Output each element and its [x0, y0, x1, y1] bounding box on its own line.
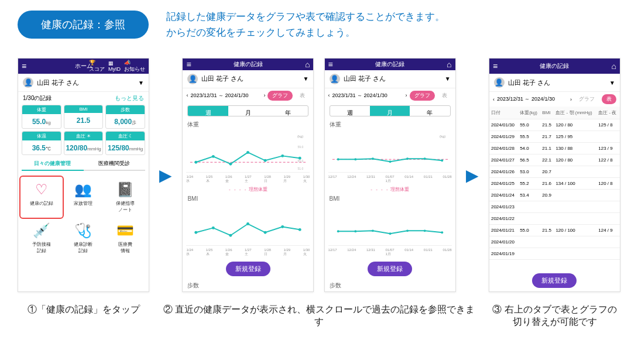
date-range: 2023/12/31 ～ 2024/1/30 — [497, 95, 568, 103]
range-fwd-icon[interactable]: › — [570, 97, 572, 102]
phone-home: ≡ ホーム 🏆スコア ▦MyID 📣お知らせ 👤 山田 花子 さん ▼ 1/30… — [18, 58, 149, 292]
section-bmi: BMI — [325, 194, 455, 204]
seg-年[interactable]: 年 — [410, 106, 450, 116]
metric-unit: 歩 — [132, 120, 136, 125]
table-row[interactable]: 2024/01/23 — [489, 201, 620, 213]
table-row[interactable]: 2024/01/19 — [489, 248, 620, 260]
register-button[interactable]: 新規登録 — [368, 262, 412, 276]
tab-graph[interactable]: グラフ — [574, 94, 599, 104]
x-tick: 01/14 — [404, 175, 413, 184]
register-button[interactable]: 新規登録 — [532, 273, 577, 288]
tab-graph[interactable]: グラフ — [410, 91, 435, 101]
range-fwd-icon[interactable]: › — [263, 92, 265, 98]
seg-年[interactable]: 年 — [268, 106, 308, 116]
range-fwd-icon[interactable]: › — [406, 92, 407, 98]
chevron-down-icon[interactable]: ▼ — [445, 75, 451, 82]
svg-point-6 — [282, 154, 284, 157]
table-row[interactable]: 2024/01/2555.221.6134 / 100120 / 8 — [489, 178, 620, 190]
intro-text: 記録した健康データをグラフや表で確認することができます。 からだの変化をチェック… — [166, 9, 445, 40]
x-tick: 12/31 — [366, 175, 375, 184]
tab-daily[interactable]: 日々の健康管理 — [22, 157, 84, 171]
seg-週[interactable]: 週 — [330, 106, 370, 116]
register-button[interactable]: 新規登録 — [226, 262, 270, 276]
seg-月[interactable]: 月 — [370, 106, 410, 116]
metric-card[interactable]: 歩数8,000歩 — [105, 105, 145, 129]
table-row[interactable]: 2024/01/3055.021.5120 / 80125 / 8 — [489, 119, 620, 131]
x-tick: 1/28日 — [264, 175, 271, 184]
metric-card[interactable]: 体温36.5℃ — [22, 131, 61, 155]
range-back-icon[interactable]: ‹ — [328, 92, 330, 98]
tab-table[interactable]: 表 — [295, 91, 310, 101]
table-cell — [518, 201, 540, 213]
svg-point-14 — [229, 234, 232, 237]
metric-card[interactable]: 体重55.0kg — [22, 105, 61, 129]
app-title: 健康の記録 — [183, 60, 313, 68]
x-tick: 1/29月 — [283, 175, 290, 184]
table-cell — [518, 248, 540, 260]
checkup-icon: 🩺 — [64, 222, 104, 239]
x-tick: 1/25木 — [206, 248, 213, 257]
caption-3: ③ 右上のタブで表とグラフの切り替えが可能です — [489, 304, 620, 328]
section-steps: 歩数 — [183, 280, 313, 291]
arrow-icon: ▶ — [159, 166, 172, 185]
page-title-pill: 健康の記録：参照 — [18, 11, 149, 39]
metric-card[interactable]: BMI21.5 — [64, 105, 104, 129]
range-back-icon[interactable]: ‹ — [493, 97, 495, 102]
grid-health-record[interactable]: ♡健康の記録 — [20, 177, 63, 218]
metric-unit: mmHg — [87, 146, 101, 152]
chevron-down-icon[interactable]: ▼ — [303, 75, 308, 82]
table-cell: 20.9 — [540, 190, 554, 201]
table-cell: 2024/01/25 — [489, 178, 518, 190]
avatar-icon: 👤 — [494, 77, 505, 88]
seg-月[interactable]: 月 — [228, 106, 268, 116]
user-name: 山田 花子 さん — [508, 78, 550, 87]
medical-cost-icon: 💳 — [105, 222, 145, 239]
table-cell: 2024/01/30 — [489, 119, 518, 131]
grid-family[interactable]: 👥家族管理 — [63, 177, 105, 218]
grid-checkup[interactable]: 🩺健康診断記録 — [63, 218, 105, 259]
svg-point-33 — [423, 230, 426, 232]
user-name: 山田 花子 さん — [201, 74, 243, 83]
table-cell — [554, 201, 596, 213]
phone-graph-month: ≡ 健康の記録 ⌂ 👤 山田 花子 さん ▼ ‹ 2023/1/31 ～ 202… — [324, 58, 456, 292]
table-cell: 2024/01/19 — [489, 248, 518, 260]
table-row[interactable]: 2024/01/2155.021.5120 / 100124 / 9 — [489, 225, 620, 236]
table-row[interactable]: 2024/01/2453.420.9 — [489, 190, 620, 201]
grid-vaccine[interactable]: 💉予防接種記録 — [20, 218, 63, 259]
table-cell: 56.5 — [518, 154, 540, 166]
table-row[interactable]: 2024/01/2854.021.1130 / 88123 / 9 — [489, 143, 620, 154]
table-cell — [554, 166, 596, 178]
metric-unit: mmHg — [129, 146, 143, 152]
section-bmi: BMI — [183, 194, 313, 204]
tab-graph[interactable]: グラフ — [267, 91, 293, 101]
chevron-down-icon[interactable]: ▼ — [138, 80, 144, 86]
table-cell: 55.0 — [518, 119, 540, 131]
tab-table[interactable]: 表 — [437, 91, 452, 101]
grid-medical-cost[interactable]: 💳医療費情報 — [104, 218, 146, 259]
legend-dash: - - - - — [371, 187, 389, 192]
table-cell: 53.4 — [518, 190, 540, 201]
x-tick: 01/28 — [443, 175, 452, 184]
table-row[interactable]: 2024/01/2653.020.7 — [489, 166, 620, 178]
range-back-icon[interactable]: ‹ — [186, 92, 188, 98]
metric-card[interactable]: 血圧 ☀120/80mmHg — [64, 131, 104, 155]
data-table[interactable]: 日付体重(kg)BMI血圧 - 朝 (mmHg)血圧 - 夜2024/01/30… — [489, 107, 620, 260]
svg-text:51.0: 51.0 — [298, 167, 304, 170]
svg-text:55.0: 55.0 — [298, 160, 304, 163]
bmi-chart — [328, 204, 452, 246]
tab-table[interactable]: 表 — [602, 94, 616, 104]
more-link[interactable]: もっと見る — [115, 94, 144, 102]
table-cell — [540, 201, 554, 213]
grid-guidance-note[interactable]: 📓保健指導ノート — [104, 177, 146, 218]
table-row[interactable]: 2024/01/20 — [489, 236, 620, 248]
chevron-down-icon[interactable]: ▼ — [609, 80, 615, 86]
table-row[interactable]: 2024/01/2756.522.1120 / 80122 / 8 — [489, 154, 620, 166]
table-row[interactable]: 2024/01/22 — [489, 213, 620, 225]
table-row[interactable]: 2024/01/2955.521.7125 / 95 — [489, 131, 620, 143]
metric-card[interactable]: 血圧 ☾125/80mmHg — [105, 131, 145, 155]
table-cell: 21.5 — [540, 119, 554, 131]
tab-medical[interactable]: 医療機関受診 — [84, 157, 146, 171]
seg-週[interactable]: 週 — [188, 106, 228, 116]
svg-point-16 — [264, 231, 267, 234]
svg-point-2 — [212, 155, 215, 158]
